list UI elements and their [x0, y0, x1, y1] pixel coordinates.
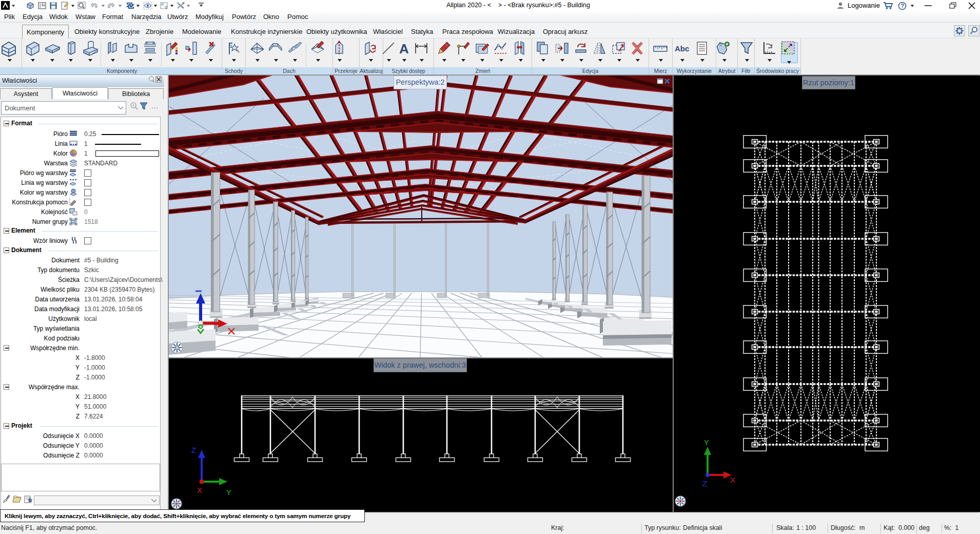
svg-text:2: 2: [165, 5, 168, 10]
svg-text:Y: Y: [704, 438, 709, 447]
svg-text:Z: Z: [702, 479, 707, 488]
svg-text:X: X: [730, 475, 735, 484]
svg-text:?: ?: [901, 3, 905, 9]
svg-text:Abc: Abc: [675, 44, 689, 53]
svg-text:A: A: [399, 41, 409, 56]
svg-text:Z: Z: [191, 446, 196, 454]
svg-text:Y: Y: [226, 488, 231, 497]
svg-text:X: X: [197, 486, 202, 494]
